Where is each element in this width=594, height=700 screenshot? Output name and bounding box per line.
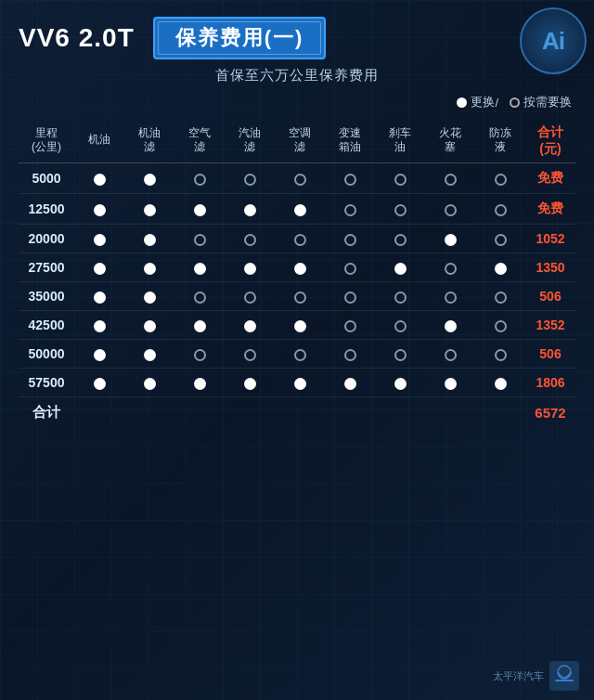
footer-empty-4 [225, 397, 275, 429]
cell-fuel-filter [225, 369, 275, 397]
circle-empty [344, 263, 356, 275]
table-row: 27500 1350 [19, 253, 575, 282]
table-row: 12500 免费 [19, 194, 575, 225]
legend-separator: / [495, 96, 498, 110]
cell-brake-oil [375, 369, 425, 397]
circle-empty [445, 204, 457, 216]
cell-oil-filter [124, 282, 174, 311]
circle-empty [495, 349, 507, 361]
cell-air-filter [174, 253, 225, 282]
cell-oil-filter [124, 163, 174, 194]
cell-mileage: 50000 [19, 340, 74, 369]
cell-total: 1052 [525, 225, 575, 253]
cell-total: 1806 [525, 369, 575, 397]
cell-fuel-filter [225, 340, 275, 369]
cell-oil-filter [124, 311, 174, 340]
footer-empty-5 [275, 397, 325, 429]
cell-brake-oil [375, 163, 425, 194]
circle-filled [144, 204, 156, 216]
cell-trans-oil [325, 253, 375, 282]
footer-empty-8 [425, 397, 475, 429]
circle-empty [344, 234, 356, 246]
footer-empty-7 [375, 397, 425, 429]
cell-mileage: 35000 [19, 282, 74, 311]
cell-oil-filter [124, 253, 174, 282]
circle-empty [344, 204, 356, 216]
cell-ac-filter [275, 369, 325, 397]
circle-filled [144, 263, 156, 275]
circle-empty [294, 234, 306, 246]
footer-total: 6572 [525, 397, 575, 429]
cell-ac-filter [275, 282, 325, 311]
cell-mileage: 27500 [19, 253, 74, 282]
circle-empty [194, 174, 206, 186]
table-row: 35000 506 [19, 282, 575, 311]
legend-filled-icon [457, 97, 467, 108]
cell-mileage: 5000 [19, 163, 74, 194]
circle-filled [144, 174, 156, 186]
cell-ac-filter [275, 163, 325, 194]
cell-trans-oil [325, 311, 375, 340]
circle-filled [94, 234, 106, 246]
circle-filled [94, 204, 106, 216]
legend-row: 更换 / 按需要换 [19, 94, 575, 110]
cell-ac-filter [275, 225, 325, 253]
circle-filled [194, 204, 206, 216]
circle-empty [394, 349, 407, 361]
circle-empty [194, 292, 206, 304]
cell-antifreeze [475, 194, 525, 225]
col-header-brake-oil: 刹车油 [375, 118, 425, 163]
footer-empty-2 [124, 397, 174, 429]
cell-oil [74, 253, 124, 282]
cell-trans-oil [325, 369, 375, 397]
title-badge: 保养费用(一) [153, 17, 327, 59]
circle-filled [94, 263, 106, 275]
circle-empty [244, 174, 256, 186]
circle-filled [244, 204, 256, 216]
circle-empty [495, 320, 507, 332]
cell-mileage: 57500 [19, 369, 74, 397]
circle-empty [394, 292, 407, 304]
circle-filled [495, 263, 507, 275]
cell-fuel-filter [225, 225, 275, 253]
col-header-spark-plug: 火花塞 [425, 118, 475, 163]
cell-antifreeze [475, 340, 525, 369]
subtitle: 首保至六万公里保养费用 [19, 67, 575, 84]
cell-oil-filter [124, 194, 174, 225]
circle-filled [244, 378, 256, 390]
cell-air-filter [174, 369, 225, 397]
circle-filled [294, 263, 306, 275]
circle-filled [94, 349, 106, 361]
svg-rect-1 [555, 680, 574, 681]
table-row: 50000 506 [19, 340, 575, 369]
circle-filled [194, 263, 206, 275]
col-header-mileage: 里程(公里) [19, 118, 74, 163]
cell-trans-oil [325, 340, 375, 369]
cell-brake-oil [375, 311, 425, 340]
cell-spark-plug [425, 311, 475, 340]
cell-spark-plug [425, 163, 475, 194]
cell-total: 免费 [525, 194, 575, 225]
col-header-trans-oil: 变速箱油 [325, 118, 375, 163]
col-header-oil-filter: 机油滤 [124, 118, 174, 163]
circle-empty [344, 174, 356, 186]
cell-air-filter [174, 311, 225, 340]
col-header-oil: 机油 [74, 118, 124, 163]
circle-filled [194, 378, 206, 390]
model-title: VV6 2.0T [19, 23, 135, 53]
circle-filled [445, 234, 457, 246]
cell-total: 1352 [525, 311, 575, 340]
cell-ac-filter [275, 194, 325, 225]
cell-fuel-filter [225, 253, 275, 282]
footer-empty-1 [74, 397, 124, 429]
cell-antifreeze [475, 253, 525, 282]
watermark: 太平洋汽车 [493, 661, 579, 691]
cell-oil [74, 163, 124, 194]
circle-empty [344, 292, 356, 304]
legend-filled-label: 更换 [471, 94, 495, 110]
circle-empty [394, 174, 407, 186]
circle-filled [94, 320, 106, 332]
cell-spark-plug [425, 253, 475, 282]
circle-filled [294, 204, 306, 216]
circle-empty [344, 320, 356, 332]
